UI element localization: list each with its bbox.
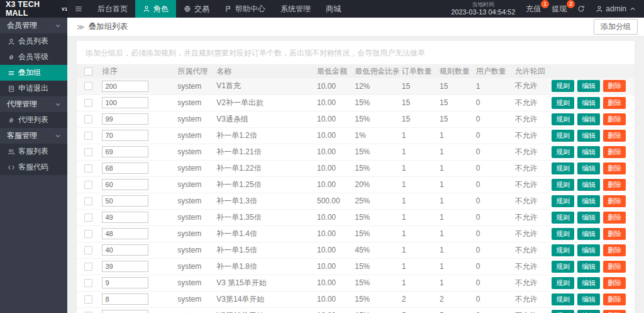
row-checkbox[interactable] xyxy=(84,295,92,304)
withdraw-menu-item[interactable]: 提现 2 xyxy=(552,4,567,14)
edit-button[interactable]: 编辑 xyxy=(577,130,600,142)
row-checkbox[interactable] xyxy=(84,197,92,205)
row-checkbox[interactable] xyxy=(84,148,92,156)
sort-input[interactable] xyxy=(102,228,148,239)
sort-input[interactable] xyxy=(102,244,148,256)
edit-button[interactable]: 编辑 xyxy=(577,261,600,273)
sort-input[interactable] xyxy=(102,212,148,223)
sort-input[interactable] xyxy=(102,130,148,141)
edit-button[interactable]: 编辑 xyxy=(577,277,600,289)
row-checkbox[interactable] xyxy=(84,263,92,271)
nav-item-system[interactable]: 系统管理 xyxy=(273,0,318,18)
edit-button[interactable]: 编辑 xyxy=(577,228,600,240)
row-checkbox[interactable] xyxy=(84,230,92,238)
sidebar-item-service-code[interactable]: 客服代码 xyxy=(0,159,67,175)
edit-button[interactable]: 编辑 xyxy=(577,293,600,305)
sort-input[interactable] xyxy=(102,81,148,92)
row-checkbox[interactable] xyxy=(84,279,92,287)
rules-button[interactable]: 规则 xyxy=(552,195,574,207)
rules-button[interactable]: 规则 xyxy=(552,261,574,273)
sidebar-item-service-list[interactable]: 客服列表 xyxy=(0,144,67,159)
delete-button[interactable]: 删除 xyxy=(603,80,626,92)
rules-button[interactable]: 规则 xyxy=(552,97,574,109)
sort-input[interactable] xyxy=(102,179,148,190)
hamburger-icon[interactable] xyxy=(67,0,90,18)
delete-button[interactable]: 删除 xyxy=(603,146,626,158)
sidebar-item-quit-apply[interactable]: 申请退出 xyxy=(0,81,67,96)
delete-button[interactable]: 删除 xyxy=(603,261,626,273)
cell-allow: 不允许 xyxy=(512,307,549,313)
col-min-amount: 最低金额 xyxy=(314,64,352,78)
sidebar-section-1[interactable]: 代理管理 xyxy=(0,96,67,112)
rules-button[interactable]: 规则 xyxy=(552,228,574,240)
row-checkbox[interactable] xyxy=(84,181,92,189)
rules-button[interactable]: 规则 xyxy=(552,277,574,289)
sort-input[interactable] xyxy=(102,97,148,108)
row-checkbox[interactable] xyxy=(84,164,92,173)
delete-button[interactable]: 删除 xyxy=(603,130,626,142)
edit-button[interactable]: 编辑 xyxy=(577,212,600,224)
rules-button[interactable]: 规则 xyxy=(552,310,574,313)
edit-button[interactable]: 编辑 xyxy=(577,310,600,313)
sort-input[interactable] xyxy=(102,310,148,313)
row-checkbox[interactable] xyxy=(84,246,92,254)
edit-button[interactable]: 编辑 xyxy=(577,146,600,158)
delete-button[interactable]: 删除 xyxy=(603,162,626,174)
recharge-menu-item[interactable]: 充值 1 xyxy=(526,4,541,14)
nav-item-help[interactable]: 帮助中心 xyxy=(217,0,273,18)
sidebar-item-member-list[interactable]: 会员列表 xyxy=(0,33,67,49)
sort-input[interactable] xyxy=(102,277,148,288)
sort-input[interactable] xyxy=(102,261,148,272)
delete-button[interactable]: 删除 xyxy=(603,310,626,313)
rules-button[interactable]: 规则 xyxy=(552,146,574,158)
delete-button[interactable]: 删除 xyxy=(603,293,626,305)
nav-item-mall[interactable]: 商城 xyxy=(318,0,348,18)
sidebar-item-agent-list[interactable]: 代理列表 xyxy=(0,112,67,128)
delete-button[interactable]: 删除 xyxy=(603,277,626,289)
sort-input[interactable] xyxy=(102,146,148,157)
rules-button[interactable]: 规则 xyxy=(552,130,574,142)
sort-input[interactable] xyxy=(102,162,148,174)
delete-button[interactable]: 删除 xyxy=(603,179,626,191)
row-checkbox[interactable] xyxy=(84,132,92,140)
edit-button[interactable]: 编辑 xyxy=(577,244,600,256)
rules-button[interactable]: 规则 xyxy=(552,113,574,125)
rules-button[interactable]: 规则 xyxy=(552,80,574,92)
delete-button[interactable]: 删除 xyxy=(603,97,626,109)
rules-button[interactable]: 规则 xyxy=(552,212,574,224)
rules-button[interactable]: 规则 xyxy=(552,162,574,174)
nav-item-home[interactable]: 后台首页 xyxy=(90,0,135,18)
rules-button[interactable]: 规则 xyxy=(552,179,574,191)
nav-item-role[interactable]: 角色 xyxy=(135,0,176,18)
select-all-checkbox[interactable] xyxy=(84,67,92,76)
delete-button[interactable]: 删除 xyxy=(603,228,626,240)
sidebar-section-0[interactable]: 会员管理 xyxy=(0,18,67,33)
row-checkbox[interactable] xyxy=(84,115,92,123)
user-menu[interactable]: admin xyxy=(596,4,636,13)
cell-users: 0 xyxy=(473,291,512,307)
delete-button[interactable]: 删除 xyxy=(603,212,626,224)
sort-input[interactable] xyxy=(102,113,148,125)
sidebar-item-stack-group[interactable]: 叠加组 xyxy=(0,65,67,81)
rules-button[interactable]: 规则 xyxy=(552,244,574,256)
edit-button[interactable]: 编辑 xyxy=(577,195,600,207)
nav-item-trade[interactable]: 交易 xyxy=(176,0,217,18)
add-group-button[interactable]: 添加分组 xyxy=(594,19,638,35)
row-checkbox[interactable] xyxy=(84,82,92,90)
sort-input[interactable] xyxy=(102,195,148,207)
delete-button[interactable]: 删除 xyxy=(603,195,626,207)
delete-button[interactable]: 删除 xyxy=(603,113,626,125)
sidebar-item-member-level[interactable]: 会员等级 xyxy=(0,49,67,65)
edit-button[interactable]: 编辑 xyxy=(577,97,600,109)
edit-button[interactable]: 编辑 xyxy=(577,113,600,125)
edit-button[interactable]: 编辑 xyxy=(577,162,600,174)
edit-button[interactable]: 编辑 xyxy=(577,80,600,92)
refresh-button[interactable] xyxy=(577,5,585,13)
sort-input[interactable] xyxy=(102,293,148,305)
delete-button[interactable]: 删除 xyxy=(603,244,626,256)
sidebar-section-2[interactable]: 客服管理 xyxy=(0,128,67,144)
edit-button[interactable]: 编辑 xyxy=(577,179,600,191)
row-checkbox[interactable] xyxy=(84,99,92,107)
row-checkbox[interactable] xyxy=(84,213,92,222)
rules-button[interactable]: 规则 xyxy=(552,293,574,305)
